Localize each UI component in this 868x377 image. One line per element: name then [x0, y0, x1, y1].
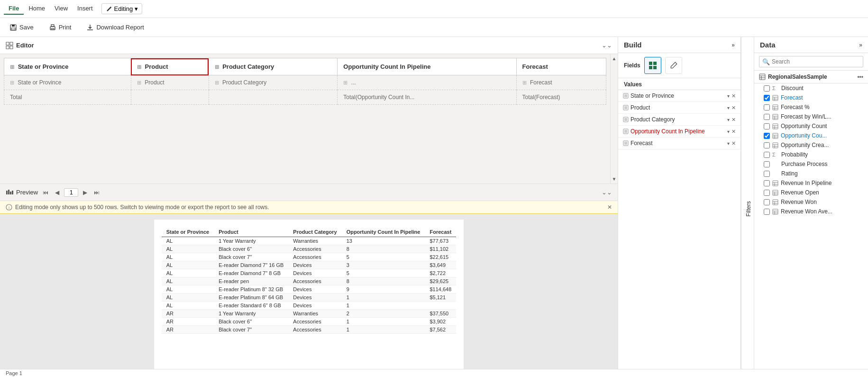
editing-button[interactable]: Editing ▾	[101, 3, 143, 14]
info-close-btn[interactable]: ✕	[607, 204, 612, 211]
data-item[interactable]: Purchase Process	[754, 159, 868, 169]
data-source-row[interactable]: RegionalSalesSample •••	[754, 71, 868, 83]
svg-rect-80	[773, 209, 778, 214]
data-item-label: Revenue Won	[781, 199, 863, 205]
value-row-actions: ▾ ✕	[727, 93, 736, 99]
col-product[interactable]: ⊞ Product	[131, 58, 209, 75]
data-item-checkbox[interactable]	[764, 104, 770, 110]
download-button[interactable]: Download Report	[82, 22, 147, 33]
last-page-btn[interactable]: ⏭	[92, 188, 101, 197]
next-page-btn[interactable]: ▶	[81, 188, 89, 197]
value-remove-btn[interactable]: ✕	[731, 117, 736, 123]
value-remove-btn[interactable]: ✕	[731, 105, 736, 111]
save-icon	[9, 24, 17, 31]
data-item-checkbox[interactable]	[764, 95, 770, 101]
table-cell: Devices	[288, 285, 341, 294]
table-cell: 1	[342, 302, 425, 310]
value-label: Product	[630, 104, 727, 111]
data-item-checkbox[interactable]	[764, 133, 770, 139]
filters-label[interactable]: Filters	[743, 197, 754, 221]
build-expand-btn[interactable]: »	[731, 42, 735, 48]
data-item-checkbox[interactable]	[764, 209, 770, 215]
data-item[interactable]: Revenue Won Ave...	[754, 207, 868, 216]
value-chevron[interactable]: ▾	[727, 105, 730, 110]
col-category[interactable]: ⊞ Product Category	[209, 58, 338, 75]
prev-page-btn[interactable]: ◀	[53, 188, 61, 197]
data-item-checkbox[interactable]	[764, 161, 770, 167]
table-cell: AL	[162, 285, 214, 294]
save-label: Save	[19, 24, 34, 31]
build-value-row[interactable]: Opportunity Count In Pipeline ▾ ✕	[618, 126, 740, 138]
scroll-up-arrow[interactable]: ▲	[611, 55, 618, 62]
table-grid-icon	[648, 61, 658, 70]
page-number-input[interactable]	[64, 188, 78, 197]
table-cell: 8	[342, 277, 425, 285]
data-item-checkbox[interactable]	[764, 190, 770, 196]
table-cell: E-reader Diamond 7" 16 GB	[214, 261, 288, 269]
col-forecast[interactable]: Forecast	[516, 58, 606, 75]
value-remove-btn[interactable]: ✕	[731, 93, 736, 99]
data-item[interactable]: Forecast	[754, 93, 868, 102]
data-item-label: Opportunity Cou...	[781, 132, 863, 139]
first-page-btn[interactable]: ⏮	[41, 188, 50, 197]
menu-insert[interactable]: Insert	[73, 3, 98, 15]
preview-collapse-btn[interactable]: ⌄⌄	[602, 189, 612, 196]
value-remove-btn[interactable]: ✕	[731, 140, 736, 147]
build-value-row[interactable]: Product Category ▾ ✕	[618, 114, 740, 126]
data-item[interactable]: Σ Discount	[754, 83, 868, 93]
value-remove-btn[interactable]: ✕	[731, 129, 736, 135]
table-cell: Accessories	[288, 277, 341, 285]
save-button[interactable]: Save	[6, 22, 37, 33]
data-expand-btn[interactable]: »	[859, 42, 862, 48]
build-values-list: State or Province ▾ ✕ Product ▾ ✕	[618, 90, 740, 149]
data-item-checkbox[interactable]	[764, 199, 770, 205]
data-item[interactable]: Revenue Open	[754, 188, 868, 197]
table-cell: Devices	[288, 261, 341, 269]
editor-collapse-btn[interactable]: ⌄⌄	[602, 42, 612, 49]
data-item[interactable]: Forecast by Win/L...	[754, 112, 868, 121]
data-source-more[interactable]: •••	[857, 74, 863, 80]
data-item-checkbox[interactable]	[764, 123, 770, 129]
value-chevron[interactable]: ▾	[727, 117, 730, 122]
print-label: Print	[59, 24, 72, 31]
data-item[interactable]: Opportunity Count	[754, 121, 868, 131]
sigma-icon: Σ	[772, 85, 779, 91]
data-item[interactable]: Opportunity Crea...	[754, 140, 868, 150]
table-cell: 1	[342, 318, 425, 326]
data-item[interactable]: Σ Probability	[754, 150, 868, 159]
table-cell: Black cover 6"	[214, 245, 288, 253]
col-state[interactable]: ⊞ State or Province	[4, 58, 131, 75]
data-item[interactable]: Opportunity Cou...	[754, 131, 868, 140]
svg-rect-13	[12, 191, 13, 194]
data-item-checkbox[interactable]	[764, 114, 770, 120]
table-item-icon	[772, 95, 778, 101]
data-item[interactable]: Revenue In Pipeline	[754, 178, 868, 188]
print-button[interactable]: Print	[45, 22, 75, 33]
menu-file[interactable]: File	[4, 3, 24, 15]
data-item-checkbox[interactable]	[764, 142, 770, 148]
col-product-icon: ⊞	[137, 64, 141, 70]
table-cell: AL	[162, 302, 214, 310]
value-chevron[interactable]: ▾	[727, 93, 730, 99]
data-item-checkbox[interactable]	[764, 152, 770, 158]
data-item[interactable]: Forecast %	[754, 102, 868, 112]
table-row: ALBlack cover 6"Accessories8$11,102	[162, 245, 457, 253]
data-item-checkbox[interactable]	[764, 180, 770, 186]
table-cell	[425, 302, 456, 310]
search-input[interactable]	[759, 56, 863, 67]
menu-home[interactable]: Home	[24, 3, 50, 15]
build-value-row[interactable]: Product ▾ ✕	[618, 102, 740, 114]
scroll-down-arrow[interactable]: ▼	[611, 175, 618, 183]
data-item-checkbox[interactable]	[764, 85, 770, 92]
table-icon-btn[interactable]	[644, 57, 661, 74]
build-value-row[interactable]: State or Province ▾ ✕	[618, 90, 740, 102]
value-chevron[interactable]: ▾	[727, 129, 730, 134]
edit-icon-btn[interactable]	[665, 57, 682, 74]
build-value-row[interactable]: Forecast ▾ ✕	[618, 138, 740, 149]
data-item[interactable]: Rating	[754, 169, 868, 178]
menu-view[interactable]: View	[50, 3, 73, 15]
value-chevron[interactable]: ▾	[727, 141, 730, 146]
data-item-checkbox[interactable]	[764, 171, 770, 177]
data-item[interactable]: Revenue Won	[754, 197, 868, 207]
col-opportunity[interactable]: Opportunity Count In Pipeline	[338, 58, 516, 75]
